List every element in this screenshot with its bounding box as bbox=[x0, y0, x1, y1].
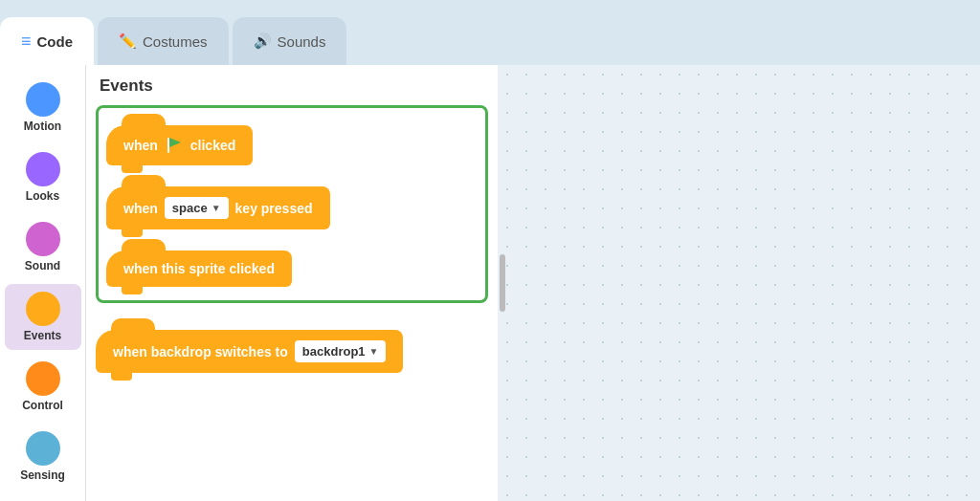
block-when-flag-clicked[interactable]: when clicked bbox=[106, 125, 478, 165]
when-label-1: when bbox=[123, 138, 158, 153]
canvas-dots bbox=[498, 65, 980, 501]
key-pressed-label: key pressed bbox=[235, 201, 313, 216]
events-dot bbox=[26, 292, 60, 326]
tab-costumes[interactable]: ✏️ Costumes bbox=[98, 17, 229, 65]
panel-title: Events bbox=[96, 76, 488, 96]
tab-code[interactable]: ≡ Code bbox=[0, 17, 94, 65]
block-when-sprite-clicked[interactable]: when this sprite clicked bbox=[106, 250, 478, 287]
motion-dot bbox=[26, 82, 60, 117]
svg-marker-1 bbox=[169, 138, 181, 147]
sidebar-item-looks[interactable]: Looks bbox=[5, 144, 81, 210]
green-flag-icon bbox=[165, 136, 184, 155]
sidebar-item-sensing[interactable]: Sensing bbox=[5, 424, 81, 490]
panel-scrollbar[interactable] bbox=[500, 254, 505, 312]
space-dropdown[interactable]: space ▼ bbox=[165, 197, 229, 219]
svg-rect-0 bbox=[167, 138, 169, 153]
sidebar: Motion Looks Sound Events Control Sensin… bbox=[0, 65, 86, 501]
blocks-panel: Events when bbox=[86, 65, 498, 501]
tab-code-label: Code bbox=[37, 33, 74, 50]
selection-box: when clicked when bbox=[96, 105, 488, 303]
backdrop-value: backdrop1 bbox=[302, 344, 366, 359]
tab-bar: ≡ Code ✏️ Costumes 🔊 Sounds bbox=[0, 0, 980, 65]
sounds-icon: 🔊 bbox=[254, 33, 272, 50]
sound-label: Sound bbox=[25, 259, 60, 272]
looks-dot bbox=[26, 152, 60, 186]
sound-dot bbox=[26, 222, 60, 256]
backdrop-dropdown[interactable]: backdrop1 ▼ bbox=[295, 340, 387, 362]
sidebar-item-events[interactable]: Events bbox=[5, 284, 81, 350]
clicked-label-1: clicked bbox=[190, 138, 235, 153]
canvas-area bbox=[498, 65, 980, 501]
main-area: Motion Looks Sound Events Control Sensin… bbox=[0, 65, 980, 501]
costumes-icon: ✏️ bbox=[119, 33, 137, 50]
looks-label: Looks bbox=[26, 189, 59, 203]
sensing-label: Sensing bbox=[20, 468, 65, 482]
events-label: Events bbox=[24, 329, 61, 342]
sidebar-item-motion[interactable]: Motion bbox=[5, 75, 81, 141]
control-label: Control bbox=[22, 399, 63, 412]
motion-label: Motion bbox=[24, 120, 61, 133]
sensing-dot bbox=[26, 431, 60, 466]
dropdown-arrow-2: ▼ bbox=[369, 346, 379, 357]
when-label-2: when bbox=[123, 201, 158, 216]
space-value: space bbox=[172, 201, 208, 215]
sprite-clicked-label: when this sprite clicked bbox=[123, 261, 275, 276]
dropdown-arrow-1: ▼ bbox=[212, 203, 221, 213]
backdrop-switches-label: when backdrop switches to bbox=[113, 344, 288, 359]
block-when-backdrop-switches[interactable]: when backdrop switches to backdrop1 ▼ bbox=[96, 330, 403, 373]
tab-costumes-label: Costumes bbox=[143, 33, 208, 50]
code-icon: ≡ bbox=[21, 32, 32, 52]
sidebar-item-control[interactable]: Control bbox=[5, 354, 81, 420]
tab-sounds[interactable]: 🔊 Sounds bbox=[233, 17, 347, 65]
tab-sounds-label: Sounds bbox=[278, 33, 326, 50]
block-when-key-pressed[interactable]: when space ▼ key pressed bbox=[106, 186, 478, 229]
sidebar-item-sound[interactable]: Sound bbox=[5, 214, 81, 280]
control-dot bbox=[26, 361, 60, 396]
